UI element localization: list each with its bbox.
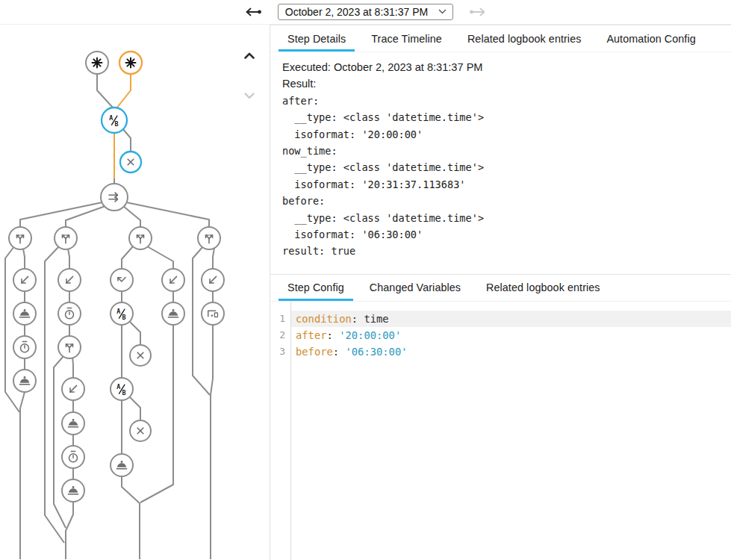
executed-line: Executed: October 2, 2023 at 8:31:37 PM (282, 59, 719, 75)
yaml-line: isoformat: '20:00:00' (282, 126, 719, 143)
scroll-up-button[interactable] (240, 47, 258, 67)
graph-node-delay-b2[interactable] (62, 446, 84, 468)
editor-code[interactable]: condition: timeafter: '20:00:00'before: … (291, 302, 731, 560)
graph-edge (129, 396, 140, 420)
graph-node-device-d1[interactable] (202, 302, 224, 325)
result-yaml: after: __type: <class 'datetime.time'> i… (282, 93, 719, 260)
step-config-editor[interactable]: 123 condition: timeafter: '20:00:00'befo… (270, 302, 731, 560)
code-line[interactable]: condition: time (291, 311, 731, 327)
yaml-line: isoformat: '20:31:37.113683' (282, 176, 719, 193)
graph-node-service-c2[interactable] (162, 302, 184, 325)
yaml-line: __type: <class 'datetime.time'> (282, 109, 719, 125)
graph-edge (129, 321, 140, 344)
step-config-tabbar: Step ConfigChanged VariablesRelated logb… (270, 274, 731, 302)
tab-changed-variables[interactable]: Changed Variables (361, 275, 470, 301)
graph-edge (20, 392, 25, 559)
graph-node-branch-c1[interactable] (111, 269, 133, 291)
graph-edge (23, 249, 25, 269)
graph-edge (97, 74, 113, 108)
graph-node-condition-c2[interactable] (111, 378, 133, 400)
yaml-line: isoformat: '06:30:00' (282, 226, 719, 243)
graph-edge (68, 249, 69, 269)
yaml-line: now_time: (282, 143, 719, 159)
line-number: 1 (270, 311, 290, 327)
graph-edge (211, 325, 213, 559)
tab-step-details[interactable]: Step Details (279, 25, 355, 52)
tab-automation-config[interactable]: Automation Config (597, 25, 704, 52)
graph-node-branch-d[interactable] (202, 269, 224, 291)
graph-node-branch-b[interactable] (58, 269, 81, 291)
step-details-content: Executed: October 2, 2023 at 8:31:37 PM … (270, 52, 731, 274)
ray-start-arrow-right-icon (468, 6, 488, 18)
line-number: 2 (270, 327, 290, 343)
graph-node-branch-a[interactable] (13, 269, 36, 291)
graph-node-service-b2[interactable] (62, 412, 84, 435)
graph-edge (147, 246, 173, 269)
graph-node-choose-a[interactable] (9, 227, 31, 249)
graph-edge (20, 202, 102, 227)
graph-node-condition-c1[interactable] (111, 302, 133, 325)
graph-node-parallel[interactable] (101, 184, 128, 211)
graph-node-service-a2[interactable] (13, 370, 36, 392)
graph-node-service-a1[interactable] (13, 302, 36, 325)
graph-node-service-b3[interactable] (62, 479, 84, 502)
yaml-line: __type: <class 'datetime.time'> (282, 210, 719, 226)
graph-node-choose-c[interactable] (129, 227, 152, 249)
yaml-line: result: true (282, 243, 719, 259)
graph-node-branch-b2[interactable] (62, 378, 84, 400)
graph-edge (123, 206, 140, 227)
tab-trace-timeline[interactable]: Trace Timeline (362, 25, 451, 52)
graph-node-stop-c2[interactable] (130, 420, 151, 441)
previous-trace-button[interactable] (240, 4, 266, 19)
graph-node-service-c3[interactable] (111, 454, 133, 476)
chevron-down-icon (438, 9, 447, 14)
graph-node-branch-c2[interactable] (162, 269, 184, 291)
code-line[interactable]: after: '20:00:00' (291, 327, 731, 343)
yaml-line: __type: <class 'datetime.time'> (282, 159, 719, 175)
graph-node-choose-b[interactable] (55, 227, 77, 249)
ray-end-arrow-left-icon (243, 6, 263, 18)
trace-graph (0, 25, 270, 559)
trace-detail-panel: Step DetailsTrace TimelineRelated logboo… (270, 25, 731, 560)
graph-node-delay-a1[interactable] (13, 336, 36, 358)
scroll-down-button[interactable] (240, 87, 258, 107)
yaml-line: before: (282, 193, 719, 209)
chevron-up-icon (240, 47, 258, 65)
graph-node-stop-c1[interactable] (130, 345, 151, 366)
graph-edge (116, 74, 131, 108)
tab-step-config[interactable]: Step Config (279, 275, 353, 301)
graph-node-delay-b1[interactable] (58, 302, 81, 325)
trace-toolbar: October 2, 2023 at 8:31:37 PM (0, 0, 731, 25)
line-number: 3 (270, 343, 290, 360)
result-label: Result: (282, 75, 719, 92)
trace-timestamp-select[interactable]: October 2, 2023 at 8:31:37 PM (278, 4, 453, 20)
graph-node-trigger-0[interactable] (86, 52, 108, 74)
asterisk-icon (93, 58, 102, 68)
graph-edge (122, 476, 140, 559)
graph-node-condition-time[interactable] (102, 108, 127, 133)
trace-tabbar: Step DetailsTrace TimelineRelated logboo… (270, 25, 731, 52)
graph-edge (72, 356, 73, 378)
graph-edge (122, 246, 133, 269)
graph-node-choose-d[interactable] (198, 227, 220, 249)
graph-node-condition-stop[interactable] (120, 152, 141, 172)
automation-trace-graph-panel (0, 25, 270, 560)
next-trace-button[interactable] (465, 4, 491, 19)
tab-related-logbook-entries[interactable]: Related logbook entries (458, 25, 591, 52)
asterisk-icon (126, 58, 136, 68)
graph-node-trigger-1[interactable] (119, 52, 142, 74)
graph-node-choose-b2[interactable] (58, 336, 81, 358)
graph-edge (213, 248, 214, 269)
yaml-line: after: (282, 93, 719, 109)
editor-gutter: 123 (270, 302, 291, 560)
graph-edge (126, 202, 209, 227)
graph-edge (122, 128, 131, 151)
trace-timestamp-value: October 2, 2023 at 8:31:37 PM (285, 6, 428, 18)
chevron-down-icon (240, 87, 258, 105)
code-line[interactable]: before: '06:30:00' (291, 343, 731, 360)
graph-edge (66, 502, 73, 559)
tab-related-logbook-entries[interactable]: Related logbook entries (477, 275, 609, 301)
